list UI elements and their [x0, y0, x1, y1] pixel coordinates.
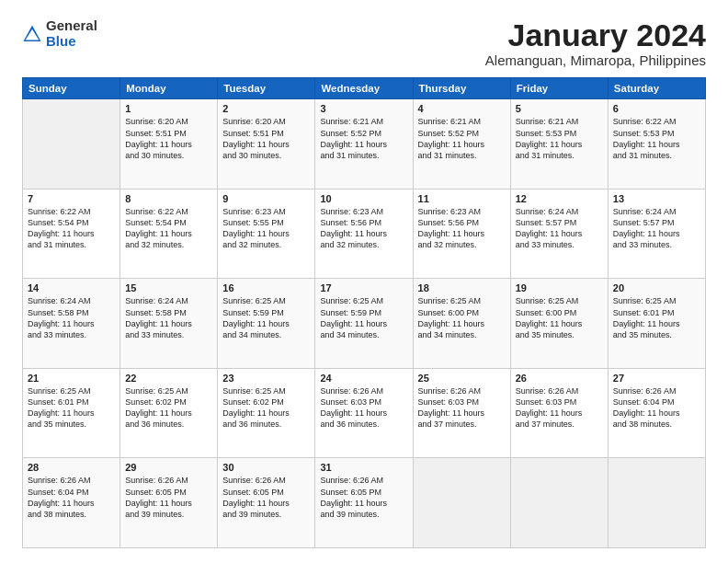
cell-text: Daylight: 11 hours [222, 139, 310, 150]
day-number: 3 [320, 103, 407, 114]
week-row-0: 1Sunrise: 6:20 AMSunset: 5:51 PMDaylight… [23, 99, 706, 190]
cell-text: Sunset: 6:04 PM [28, 487, 115, 498]
cell-text: Sunrise: 6:25 AM [320, 295, 407, 306]
day-number: 19 [516, 282, 603, 293]
cell-text: Daylight: 11 hours [28, 228, 115, 239]
cell-text: Sunset: 5:54 PM [28, 217, 115, 228]
table-row: 28Sunrise: 6:26 AMSunset: 6:04 PMDayligh… [23, 458, 120, 548]
cell-text: Sunset: 6:05 PM [222, 487, 310, 498]
table-row: 15Sunrise: 6:24 AMSunset: 5:58 PMDayligh… [120, 279, 218, 369]
day-number: 21 [28, 373, 115, 384]
table-row: 25Sunrise: 6:26 AMSunset: 6:03 PMDayligh… [413, 368, 510, 458]
table-row: 6Sunrise: 6:22 AMSunset: 5:53 PMDaylight… [608, 99, 705, 190]
table-row: 12Sunrise: 6:24 AMSunset: 5:57 PMDayligh… [510, 189, 608, 279]
cell-text: Sunrise: 6:25 AM [222, 295, 310, 306]
cell-text: Sunset: 5:59 PM [320, 307, 407, 318]
cell-text: Sunrise: 6:26 AM [222, 475, 310, 486]
day-number: 9 [222, 193, 310, 204]
cell-text: Sunrise: 6:26 AM [28, 475, 115, 486]
table-row: 2Sunrise: 6:20 AMSunset: 5:51 PMDaylight… [218, 99, 315, 190]
table-row: 16Sunrise: 6:25 AMSunset: 5:59 PMDayligh… [218, 279, 315, 369]
day-number: 7 [28, 193, 115, 204]
cell-text: and 31 minutes. [516, 150, 603, 161]
cell-text: Sunset: 5:59 PM [222, 307, 310, 318]
cell-text: Daylight: 11 hours [320, 408, 407, 419]
table-row: 3Sunrise: 6:21 AMSunset: 5:52 PMDaylight… [315, 99, 413, 190]
table-row: 20Sunrise: 6:25 AMSunset: 6:01 PMDayligh… [608, 279, 705, 369]
cell-text: Sunrise: 6:22 AM [613, 116, 700, 127]
cell-text: and 34 minutes. [418, 329, 506, 340]
day-number: 27 [613, 373, 700, 384]
day-number: 14 [28, 282, 115, 293]
cell-text: Daylight: 11 hours [125, 318, 212, 329]
cell-text: and 31 minutes. [613, 150, 700, 161]
cell-text: Sunrise: 6:24 AM [516, 206, 603, 217]
cell-text: Sunset: 6:05 PM [320, 487, 407, 498]
cell-text: Daylight: 11 hours [613, 318, 700, 329]
cell-text: Sunrise: 6:23 AM [222, 206, 310, 217]
cell-text: and 37 minutes. [516, 419, 603, 430]
table-row: 1Sunrise: 6:20 AMSunset: 5:51 PMDaylight… [120, 99, 218, 190]
table-row: 11Sunrise: 6:23 AMSunset: 5:56 PMDayligh… [413, 189, 510, 279]
cell-text: Daylight: 11 hours [125, 498, 212, 509]
cell-text: Daylight: 11 hours [418, 408, 506, 419]
cell-text: Daylight: 11 hours [613, 408, 700, 419]
cell-text: and 36 minutes. [125, 419, 212, 430]
cell-text: Daylight: 11 hours [125, 139, 212, 150]
table-row [510, 458, 608, 548]
week-row-3: 21Sunrise: 6:25 AMSunset: 6:01 PMDayligh… [23, 368, 706, 458]
cell-text: Sunrise: 6:21 AM [320, 116, 407, 127]
cell-text: Sunset: 5:53 PM [613, 128, 700, 139]
cell-text: Sunset: 6:03 PM [320, 396, 407, 408]
cell-text: Sunset: 6:01 PM [28, 396, 115, 408]
cell-text: Sunrise: 6:24 AM [125, 295, 212, 306]
cell-text: and 39 minutes. [125, 509, 212, 520]
cell-text: Sunset: 5:58 PM [28, 307, 115, 318]
cell-text: Sunrise: 6:25 AM [418, 295, 506, 306]
cell-text: Sunrise: 6:24 AM [613, 206, 700, 217]
table-row: 24Sunrise: 6:26 AMSunset: 6:03 PMDayligh… [315, 368, 413, 458]
cell-text: Sunrise: 6:26 AM [516, 385, 603, 396]
header-tuesday: Tuesday [218, 78, 315, 99]
day-number: 23 [222, 373, 310, 384]
cell-text: Sunset: 6:02 PM [125, 396, 212, 408]
calendar-table: Sunday Monday Tuesday Wednesday Thursday… [22, 77, 706, 548]
logo-icon [22, 24, 42, 44]
table-row: 5Sunrise: 6:21 AMSunset: 5:53 PMDaylight… [510, 99, 608, 190]
cell-text: Daylight: 11 hours [320, 498, 407, 509]
cell-text: and 32 minutes. [222, 239, 310, 250]
cell-text: and 30 minutes. [222, 150, 310, 161]
day-number: 12 [516, 193, 603, 204]
calendar-subtitle: Alemanguan, Mimaropa, Philippines [485, 52, 706, 68]
calendar-body: 1Sunrise: 6:20 AMSunset: 5:51 PMDaylight… [23, 99, 706, 548]
cell-text: Daylight: 11 hours [418, 139, 506, 150]
day-number: 18 [418, 282, 506, 293]
cell-text: Daylight: 11 hours [516, 139, 603, 150]
cell-text: Sunset: 6:00 PM [418, 307, 506, 318]
table-row: 13Sunrise: 6:24 AMSunset: 5:57 PMDayligh… [608, 189, 705, 279]
day-number: 6 [613, 103, 700, 114]
cell-text: Sunrise: 6:25 AM [516, 295, 603, 306]
cell-text: and 34 minutes. [320, 329, 407, 340]
day-number: 30 [222, 462, 310, 473]
cell-text: Daylight: 11 hours [613, 139, 700, 150]
header-row: Sunday Monday Tuesday Wednesday Thursday… [23, 78, 706, 99]
table-row: 19Sunrise: 6:25 AMSunset: 6:00 PMDayligh… [510, 279, 608, 369]
table-row: 27Sunrise: 6:26 AMSunset: 6:04 PMDayligh… [608, 368, 705, 458]
table-row: 4Sunrise: 6:21 AMSunset: 5:52 PMDaylight… [413, 99, 510, 190]
table-row [608, 458, 705, 548]
cell-text: Sunrise: 6:25 AM [222, 385, 310, 396]
cell-text: Sunset: 6:05 PM [125, 487, 212, 498]
table-row: 22Sunrise: 6:25 AMSunset: 6:02 PMDayligh… [120, 368, 218, 458]
cell-text: Sunset: 5:57 PM [613, 217, 700, 228]
cell-text: and 32 minutes. [418, 239, 506, 250]
cell-text: Sunrise: 6:26 AM [320, 475, 407, 486]
cell-text: Daylight: 11 hours [28, 408, 115, 419]
week-row-2: 14Sunrise: 6:24 AMSunset: 5:58 PMDayligh… [23, 279, 706, 369]
cell-text: Sunrise: 6:22 AM [28, 206, 115, 217]
cell-text: Sunset: 5:56 PM [320, 217, 407, 228]
logo: General Blue [22, 18, 97, 49]
cell-text: Sunset: 5:52 PM [418, 128, 506, 139]
cell-text: Sunset: 5:51 PM [222, 128, 310, 139]
cell-text: Daylight: 11 hours [320, 228, 407, 239]
